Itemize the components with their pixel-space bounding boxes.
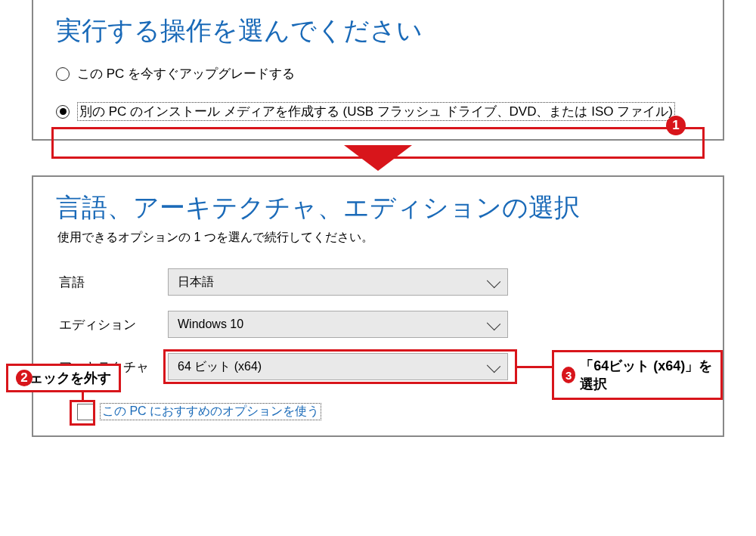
badge-2: 2 xyxy=(16,370,33,386)
radio-media-label: 別の PC のインストール メディアを作成する (USB フラッシュ ドライブ、… xyxy=(77,102,675,121)
panel-select-action: 実行する操作を選んでください この PC を今すぐアップグレードする 別の PC… xyxy=(32,0,724,141)
label-language: 言語 xyxy=(59,274,150,291)
radio-icon xyxy=(56,67,70,81)
note-3-text: 「64ビット (x64)」を選択 xyxy=(580,357,713,393)
radio-upgrade-label: この PC を今すぐアップグレードする xyxy=(77,65,295,82)
select-architecture[interactable]: 64 ビット (x64) xyxy=(168,353,508,380)
callout-note-3: 3 「64ビット (x64)」を選択 xyxy=(552,350,723,400)
panel1-heading: 実行する操作を選んでください xyxy=(33,0,723,60)
chevron-down-icon xyxy=(489,320,498,329)
arrow-down-icon xyxy=(344,145,412,171)
row-recommended-checkbox: 2 チェックを外す この PC におすすめのオプションを使う xyxy=(33,394,723,420)
label-edition: エディション xyxy=(59,316,150,333)
badge-3: 3 xyxy=(562,367,575,383)
callout-connector-3 xyxy=(517,366,552,368)
checkbox-recommended-label: この PC におすすめのオプションを使う xyxy=(100,403,321,420)
select-architecture-value: 64 ビット (x64) xyxy=(178,359,262,375)
radio-create-media[interactable]: 別の PC のインストール メディアを作成する (USB フラッシュ ドライブ、… xyxy=(33,98,723,125)
select-edition-value: Windows 10 xyxy=(178,318,243,331)
panel2-subtext: 使用できるオプションの 1 つを選んで続行してください。 xyxy=(33,230,723,261)
row-edition: エディション Windows 10 xyxy=(33,303,723,345)
select-edition[interactable]: Windows 10 xyxy=(168,311,508,338)
radio-icon xyxy=(56,105,70,119)
row-architecture: アーキテクチャ 64 ビット (x64) 3 「64ビット (x64)」を選択 xyxy=(33,345,723,388)
panel2-heading: 言語、アーキテクチャ、エディションの選択 xyxy=(33,177,723,230)
checkbox-recommended[interactable] xyxy=(77,404,94,420)
panel-select-options: 言語、アーキテクチャ、エディションの選択 使用できるオプションの 1 つを選んで… xyxy=(32,175,724,437)
select-language[interactable]: 日本語 xyxy=(168,268,508,296)
select-language-value: 日本語 xyxy=(178,274,214,290)
row-language: 言語 日本語 xyxy=(33,261,723,303)
callout-note-2: 2 チェックを外す xyxy=(6,364,121,392)
radio-upgrade-now[interactable]: この PC を今すぐアップグレードする xyxy=(33,60,723,87)
chevron-down-icon xyxy=(489,277,498,287)
chevron-down-icon xyxy=(489,362,498,371)
